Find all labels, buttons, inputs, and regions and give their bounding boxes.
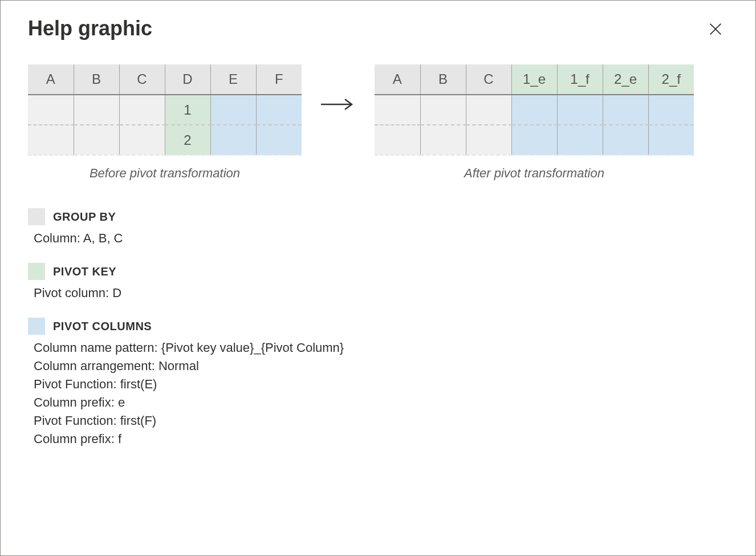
- legend-pivotcols-line-1: Column arrangement: Normal: [34, 359, 728, 374]
- legend-pivotkey: PIVOT KEY Pivot column: D: [28, 263, 728, 301]
- before-header-2: C: [119, 64, 165, 95]
- before-panel: ABCDEF12 Before pivot transformation: [28, 64, 302, 181]
- after-cell-1-0: [375, 125, 420, 155]
- before-cell-0-5: [256, 95, 302, 125]
- dialog-title: Help graphic: [28, 17, 152, 40]
- after-header-0: A: [375, 64, 420, 95]
- after-cell-0-4: [557, 95, 603, 125]
- before-header-5: F: [256, 64, 302, 95]
- legend-pivotkey-line-0: Pivot column: D: [34, 286, 728, 301]
- after-header-2: C: [466, 64, 511, 95]
- after-cell-0-5: [603, 95, 648, 125]
- dialog-header: Help graphic: [28, 17, 728, 42]
- before-header-3: D: [165, 64, 210, 95]
- after-cell-0-0: [375, 95, 420, 125]
- legend-pivotcols-line-4: Pivot Function: first(F): [34, 413, 728, 428]
- before-cell-0-3: 1: [165, 95, 210, 125]
- after-cell-0-2: [466, 95, 511, 125]
- legend-pivotcols-title: PIVOT COLUMNS: [53, 320, 152, 333]
- after-header-5: 2_e: [603, 64, 648, 95]
- swatch-green: [28, 263, 45, 280]
- before-table: ABCDEF12: [28, 64, 302, 156]
- before-cell-1-3: 2: [165, 125, 210, 155]
- before-cell-1-4: [210, 125, 256, 155]
- after-cell-1-3: [511, 125, 557, 155]
- legend-groupby-title: GROUP BY: [53, 210, 116, 224]
- legend-groupby: GROUP BY Column: A, B, C: [28, 208, 728, 246]
- before-cell-1-5: [256, 125, 302, 155]
- before-cell-1-2: [119, 125, 165, 155]
- legend: GROUP BY Column: A, B, C PIVOT KEY Pivot…: [28, 208, 728, 447]
- before-cell-0-2: [119, 95, 165, 125]
- after-caption: After pivot transformation: [464, 166, 604, 181]
- after-cell-1-6: [648, 125, 694, 155]
- after-header-4: 1_f: [557, 64, 603, 95]
- after-header-3: 1_e: [511, 64, 557, 95]
- close-button[interactable]: [703, 17, 728, 42]
- pivot-graphic: ABCDEF12 Before pivot transformation ABC…: [28, 64, 728, 181]
- before-cell-0-0: [28, 95, 74, 125]
- after-header-1: B: [420, 64, 466, 95]
- before-header-4: E: [210, 64, 256, 95]
- after-cell-1-2: [466, 125, 511, 155]
- legend-pivotcols-line-2: Pivot Function: first(E): [34, 377, 728, 392]
- close-icon: [708, 21, 724, 37]
- legend-groupby-line-0: Column: A, B, C: [34, 231, 728, 246]
- before-header-0: A: [28, 64, 74, 95]
- after-cell-1-4: [557, 125, 603, 155]
- arrow-icon: [320, 64, 356, 144]
- after-cell-1-1: [420, 125, 466, 155]
- legend-pivotcols-line-5: Column prefix: f: [34, 432, 728, 447]
- after-table: ABC1_e1_f2_e2_f: [375, 64, 694, 156]
- before-caption: Before pivot transformation: [90, 166, 240, 181]
- legend-pivotcols-line-3: Column prefix: e: [34, 395, 728, 410]
- help-dialog: Help graphic ABCDEF12 Before pivot trans…: [0, 0, 756, 556]
- after-cell-0-6: [648, 95, 694, 125]
- after-cell-0-1: [420, 95, 466, 125]
- before-cell-1-0: [28, 125, 74, 155]
- after-cell-1-5: [603, 125, 648, 155]
- before-cell-0-4: [210, 95, 256, 125]
- before-cell-1-1: [74, 125, 119, 155]
- after-cell-0-3: [511, 95, 557, 125]
- after-header-6: 2_f: [648, 64, 694, 95]
- after-panel: ABC1_e1_f2_e2_f After pivot transformati…: [375, 64, 694, 181]
- legend-pivotkey-title: PIVOT KEY: [53, 265, 116, 278]
- before-cell-0-1: [74, 95, 119, 125]
- swatch-grey: [28, 208, 45, 225]
- legend-pivotcols-line-0: Column name pattern: {Pivot key value}_{…: [34, 340, 728, 355]
- legend-pivotcols: PIVOT COLUMNS Column name pattern: {Pivo…: [28, 318, 728, 447]
- before-header-1: B: [74, 64, 119, 95]
- swatch-blue: [28, 318, 45, 335]
